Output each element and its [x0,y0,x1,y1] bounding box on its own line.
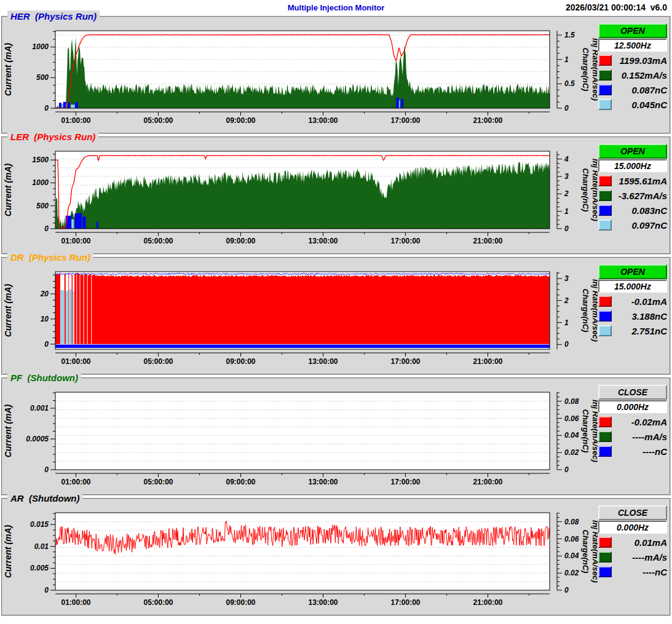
ler-side-panel: OPEN 15.000Hz 1595.61mA -3.627mA/s 0.083… [598,144,667,253]
readout-value: 0.083nC [612,205,667,216]
svg-text:1.5: 1.5 [564,31,575,39]
pf-rate-display: 0.000Hz [598,400,667,413]
ler-rate-display: 15.000Hz [598,159,667,172]
svg-text:0.02: 0.02 [564,448,579,457]
pf-side-panel: CLOSE 0.000Hz -0.02mA ----mA/s ----nC [598,385,667,494]
svg-text:13:00:00: 13:00:00 [308,598,338,607]
svg-text:0.04: 0.04 [564,551,579,560]
panel-her-title: HER (Physics Run) [7,10,100,22]
blue-swatch [598,310,612,322]
pf-status-button[interactable]: CLOSE [598,385,667,400]
svg-text:Current (mA): Current (mA) [3,43,13,97]
svg-text:0: 0 [564,104,569,113]
svg-text:17:00:00: 17:00:00 [390,237,420,245]
ar-rate-display: 0.000Hz [598,521,667,534]
svg-text:Inj Rate(mA/sec): Inj Rate(mA/sec) [591,159,598,221]
ar-side-panel: CLOSE 0.000Hz 0.01mA ----mA/s ----nC [598,505,667,615]
svg-text:500: 500 [36,202,49,210]
ler-status-button[interactable]: OPEN [598,144,667,159]
svg-text:500: 500 [36,73,49,82]
dr-readout-charge2: 2.751nC [598,325,667,337]
svg-text:05:00:00: 05:00:00 [143,598,173,607]
her-readout-charge2: 0.045nC [598,98,667,111]
svg-text:21:00:00: 21:00:00 [473,478,502,486]
readout-value: -3.627mA/s [612,191,667,201]
svg-text:0.08: 0.08 [564,518,579,526]
svg-text:09:00:00: 09:00:00 [226,478,255,486]
svg-text:01:00:00: 01:00:00 [61,478,90,486]
svg-text:Current (mA): Current (mA) [3,284,13,338]
svg-text:0.005: 0.005 [30,564,49,572]
svg-text:0: 0 [44,586,49,594]
panel-ler-title: LER (Physics Run) [7,131,98,143]
svg-text:17:00:00: 17:00:00 [390,478,420,486]
dr-side-panel: OPEN 15.000Hz -0.01mA 3.188nC 2.751nC [598,264,667,374]
panel-pf-title: PF (Shutdown) [7,372,81,384]
version: v6.0 [650,2,667,12]
readout-value: 0.045nC [612,100,667,110]
green-swatch [598,551,612,563]
readout-value: 0.097nC [612,220,667,231]
svg-text:0.06: 0.06 [564,414,579,423]
pf-readout-charge: ----nC [598,445,667,457]
svg-text:Charge(nC): Charge(nC) [581,48,590,92]
readout-value: -0.01mA [612,296,667,307]
svg-text:Charge(nC): Charge(nC) [581,409,590,453]
svg-text:Current (mA): Current (mA) [3,164,13,217]
svg-text:0.001: 0.001 [30,404,49,413]
dr-status-button[interactable]: OPEN [598,264,667,279]
her-readout-charge1: 0.087nC [598,84,667,96]
svg-text:01:00:00: 01:00:00 [61,598,90,607]
dr-readout-current: -0.01mA [598,295,667,307]
svg-text:0: 0 [564,465,569,474]
svg-text:17:00:00: 17:00:00 [390,598,420,607]
svg-text:Inj Rate(mA/sec): Inj Rate(mA/sec) [591,520,598,583]
her-status-button[interactable]: OPEN [598,23,667,38]
her-rate-display: 12.500Hz [598,39,667,52]
ar-status-button[interactable]: CLOSE [598,505,667,520]
svg-text:0: 0 [564,340,569,349]
readout-value: 0.152mA/s [612,70,667,81]
green-swatch [598,190,612,201]
svg-text:13:00:00: 13:00:00 [308,357,338,366]
svg-text:Inj Rate(mA/sec): Inj Rate(mA/sec) [591,38,598,101]
svg-text:Charge(nC): Charge(nC) [581,168,590,212]
svg-text:1000: 1000 [32,42,49,51]
chart-dr: 01020Current (mA)0123Charge(nC)Inj Rate(… [2,268,598,371]
panel-dr-title: DR (Physics Run) [7,251,93,263]
svg-text:0: 0 [564,224,569,233]
pf-readout-rate: ----mA/s [598,430,667,443]
ar-readout-rate: ----mA/s [598,551,667,563]
blue-swatch [598,84,612,95]
lightblue-swatch [598,219,612,231]
svg-text:Current (mA): Current (mA) [3,525,13,579]
svg-text:21:00:00: 21:00:00 [473,598,502,607]
her-readout-current: 1199.03mA [598,54,667,66]
svg-text:Current (mA): Current (mA) [3,405,13,458]
readout-value: ----nC [612,446,667,457]
blue-swatch [598,566,612,577]
chart-ler: 050010001500Current (mA)01234Charge(nC)I… [2,148,598,251]
svg-text:3: 3 [564,172,569,181]
svg-text:0: 0 [564,586,569,594]
svg-text:20: 20 [40,290,49,298]
svg-text:Inj Rate(mA/sec): Inj Rate(mA/sec) [591,279,598,342]
svg-text:1: 1 [564,55,569,64]
svg-text:0: 0 [44,224,49,233]
panel-ler: LER (Physics Run) 050010001500Current (m… [1,136,671,255]
green-swatch [598,69,612,81]
readout-value: ----nC [612,567,667,577]
svg-text:3: 3 [564,274,569,283]
svg-text:0.0005: 0.0005 [26,435,49,443]
readout-value: 1595.61mA [612,176,667,186]
red-swatch [598,537,612,548]
svg-text:2: 2 [564,296,569,305]
datetime-version: 2026/03/21 00:00:14 v6.0 [566,2,667,12]
ler-readout-charge1: 0.083nC [598,204,667,216]
chart-pf: 00.00050.001Current (mA)00.020.040.060.0… [2,389,598,492]
svg-text:09:00:00: 09:00:00 [226,357,255,366]
datetime: 2026/03/21 00:00:14 [566,2,646,12]
panel-dr: DR (Physics Run) 01020Current (mA)0123Ch… [1,257,671,375]
readout-value: 3.188nC [612,311,667,322]
ler-readout-current: 1595.61mA [598,175,667,187]
